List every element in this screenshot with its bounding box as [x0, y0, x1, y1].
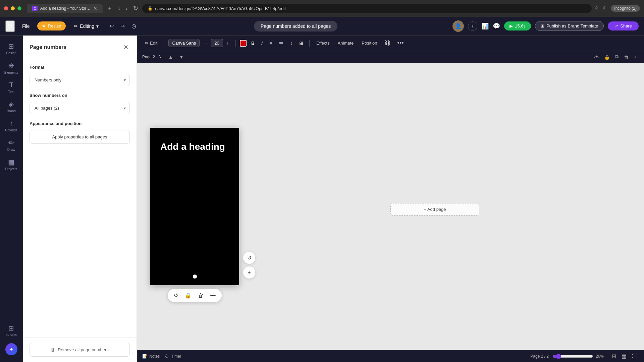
- tab-close-btn[interactable]: ✕: [93, 6, 97, 11]
- canvas-more-button[interactable]: •••: [208, 291, 218, 300]
- page-add-button[interactable]: +: [632, 53, 639, 61]
- publish-icon: ⊞: [541, 23, 544, 28]
- text-color-swatch[interactable]: [240, 40, 247, 47]
- menu-button[interactable]: ☰: [5, 20, 15, 32]
- font-size-control: − +: [202, 39, 231, 47]
- history-button[interactable]: ◷: [129, 21, 139, 31]
- new-tab-button[interactable]: +: [105, 4, 114, 13]
- page-down-button[interactable]: ▼: [177, 54, 186, 60]
- canvas-area: Add a heading ↺ 🔒 🗑 ••• ↺ +: [137, 63, 644, 350]
- animate-button[interactable]: Animate: [335, 39, 357, 47]
- remove-page-numbers-button[interactable]: 🗑 Remove all page numbers: [30, 343, 130, 357]
- apply-properties-button[interactable]: Apply properties to all pages: [30, 130, 130, 144]
- file-button[interactable]: File: [19, 21, 33, 31]
- avatar[interactable]: 👤: [452, 20, 464, 32]
- resize-button[interactable]: ★ Resize: [37, 21, 66, 31]
- present-button[interactable]: ▶ 15.6s: [504, 21, 531, 31]
- more-options-button[interactable]: •••: [395, 38, 407, 48]
- font-size-decrease-button[interactable]: −: [202, 40, 209, 47]
- browser-chrome: C Add a heading - Your Story - C... ✕ + …: [0, 0, 644, 17]
- edit-button[interactable]: ✏ Edit: [142, 39, 160, 47]
- show-on-label: Show numbers on: [30, 93, 130, 98]
- back-button[interactable]: ‹: [117, 3, 122, 13]
- spacing-button[interactable]: ↕: [288, 39, 294, 47]
- share-button[interactable]: ↗ Share: [608, 21, 639, 31]
- notes-button[interactable]: 📝 Notes: [142, 354, 160, 359]
- design-icon: ⊞: [8, 42, 14, 50]
- font-size-increase-button[interactable]: +: [224, 40, 231, 47]
- analytics-button[interactable]: 📊: [481, 22, 489, 30]
- page-code-button[interactable]: ‹/›: [592, 53, 601, 61]
- sidebar-item-apps[interactable]: ⊞ 89 Apps: [1, 321, 21, 339]
- sidebar-item-brand[interactable]: ◈ Brand: [1, 98, 21, 116]
- position-button[interactable]: Position: [359, 39, 380, 47]
- notes-icon: 📝: [142, 354, 147, 359]
- redo-button[interactable]: ↪: [118, 21, 127, 31]
- page-delete-button[interactable]: 🗑: [622, 53, 631, 61]
- app-header: ☰ File ★ Resize ✏ Editing ▾ ↩ ↪ ◷ Page n…: [0, 17, 644, 36]
- sidebar-item-projects[interactable]: ▦ Projects: [1, 156, 21, 174]
- timer-button[interactable]: ⏱ Timer: [165, 354, 181, 359]
- list-button[interactable]: ≔: [277, 39, 285, 47]
- canvas-float-toolbar: ↺ 🔒 🗑 •••: [168, 289, 222, 302]
- undo-button[interactable]: ↩: [107, 21, 116, 31]
- browser-tab[interactable]: C Add a heading - Your Story - C... ✕: [27, 4, 103, 13]
- sidebar-item-design[interactable]: ⊞ Design: [1, 40, 21, 58]
- panel-title: Page numbers: [30, 44, 66, 50]
- undo-redo-controls: ↩ ↪ ◷: [107, 21, 139, 31]
- panel-close-button[interactable]: ✕: [122, 42, 130, 52]
- canvas-side-add-button[interactable]: +: [243, 266, 255, 279]
- publish-button[interactable]: ⊞ Publish as Brand Template: [535, 21, 604, 31]
- editing-label: Editing: [80, 23, 94, 29]
- edit-label: Edit: [150, 41, 157, 46]
- comments-button[interactable]: 💬: [493, 22, 500, 30]
- link-button[interactable]: ⛓: [383, 39, 392, 48]
- reload-button[interactable]: ↻: [132, 3, 140, 13]
- list-view-button[interactable]: ▦: [620, 352, 628, 361]
- show-on-dropdown[interactable]: All pages (2) First page only All except…: [30, 102, 130, 114]
- fullscreen-button[interactable]: ⛶: [631, 352, 639, 361]
- projects-icon: ▦: [8, 158, 14, 166]
- canvas-lock-button[interactable]: 🔒: [183, 291, 194, 300]
- bookmark-icon[interactable]: ☆: [594, 5, 599, 12]
- font-selector-button[interactable]: Canva Sans: [168, 39, 200, 47]
- resize-label: Resize: [48, 23, 61, 28]
- sidebar-item-elements[interactable]: ❋ Elements: [1, 59, 21, 77]
- page-copy-button[interactable]: ⧉: [613, 53, 621, 61]
- canvas-delete-button[interactable]: 🗑: [196, 291, 206, 300]
- panel-main: Page numbers ✕ Format Numbers only Page …: [23, 36, 137, 337]
- page-heading: Add a heading: [150, 128, 239, 159]
- panel-content: Format Numbers only Page X of Y Custom ▾…: [23, 58, 137, 150]
- magic-button[interactable]: ✦: [5, 343, 17, 355]
- texture-button[interactable]: ⊞: [297, 39, 305, 47]
- effects-button[interactable]: Effects: [314, 39, 332, 47]
- share-label: Share: [620, 23, 632, 28]
- grid-view-button[interactable]: ⊞: [610, 352, 618, 361]
- italic-button[interactable]: I: [259, 39, 265, 47]
- page-up-button[interactable]: ▲: [166, 54, 175, 60]
- chevron-down-icon: ▾: [96, 23, 99, 29]
- forward-button[interactable]: ›: [124, 3, 129, 13]
- align-button[interactable]: ≡: [267, 39, 274, 47]
- format-toolbar: ✏ Edit Canva Sans − + B I ≡ ≔ ↕ ⊞ Effect…: [137, 36, 644, 51]
- format-dropdown[interactable]: Numbers only Page X of Y Custom: [30, 74, 130, 86]
- play-label: 15.6s: [515, 23, 526, 28]
- main-content: ✏ Edit Canva Sans − + B I ≡ ≔ ↕ ⊞ Effect…: [137, 36, 644, 362]
- address-bar[interactable]: 🔒 canva.com/design/DAGVxc874lA/F6P0An75A…: [142, 4, 592, 13]
- canvas-container[interactable]: Add a heading ↺ 🔒 🗑 ••• ↺ +: [137, 63, 644, 350]
- canvas-side-refresh-button[interactable]: ↺: [243, 252, 255, 264]
- page-lock-button[interactable]: 🔒: [602, 53, 612, 61]
- page-toolbar: Page 2 - A... ▲ ▼ ‹/› 🔒 ⧉ 🗑 +: [137, 51, 644, 63]
- bold-button[interactable]: B: [249, 39, 257, 47]
- canvas-refresh-button[interactable]: ↺: [172, 291, 180, 300]
- canvas-page[interactable]: Add a heading: [150, 128, 239, 285]
- sidebar-item-uploads[interactable]: ↑ Uploads: [1, 117, 21, 135]
- sidebar-icons: ⊞ Design ❋ Elements T Text ◈ Brand ↑ Upl…: [0, 36, 23, 362]
- add-page-button[interactable]: + Add page: [390, 203, 479, 216]
- font-size-input[interactable]: [211, 39, 223, 47]
- sidebar-item-draw[interactable]: ✏ Draw: [1, 136, 21, 154]
- editing-button[interactable]: ✏ Editing ▾: [70, 21, 103, 31]
- add-collaborator-button[interactable]: +: [468, 21, 477, 31]
- sidebar-item-text[interactable]: T Text: [1, 78, 21, 96]
- zoom-slider[interactable]: [553, 354, 593, 359]
